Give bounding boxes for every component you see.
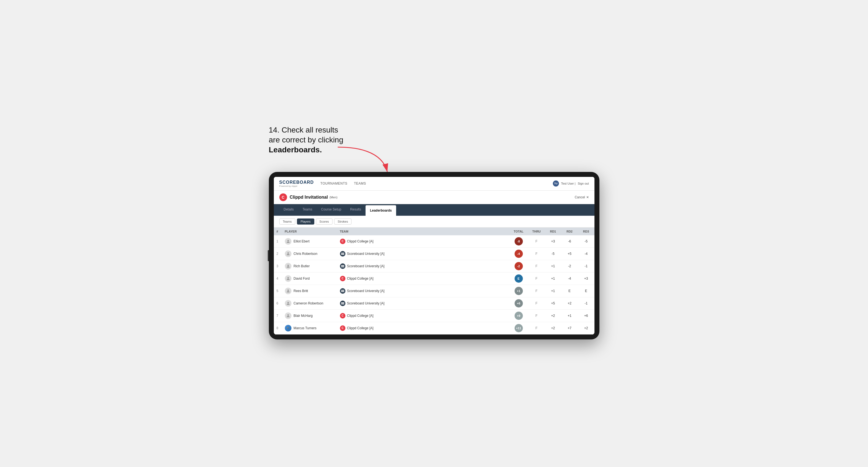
- cell-team: CClippd College [A]: [337, 272, 509, 285]
- logo-text: SCOREBOARD: [279, 180, 314, 185]
- cell-rd3: -4: [578, 247, 594, 260]
- filter-strokes[interactable]: Strokes: [334, 218, 351, 224]
- svg-point-5: [287, 289, 289, 291]
- cancel-button[interactable]: Cancel ✕: [575, 195, 589, 199]
- svg-point-3: [287, 264, 289, 266]
- logo-wordmark: SCOREBOARD: [279, 180, 314, 185]
- cell-player: Elliot Ebert: [282, 235, 337, 248]
- cell-rd3: -1: [578, 260, 594, 272]
- cell-total: -4: [509, 247, 528, 260]
- page-container: 14. Check all results are correct by cli…: [269, 128, 599, 339]
- col-rd1: RD1: [545, 227, 561, 235]
- cell-rd3: +3: [578, 272, 594, 285]
- filter-players[interactable]: Players: [297, 218, 314, 224]
- table-row: 4David FordCClippd College [A]EF+1-4+3: [274, 272, 594, 285]
- user-avatar: TU: [553, 181, 559, 187]
- cell-thru: F: [528, 247, 545, 260]
- cell-team: Scoreboard University [A]: [337, 297, 509, 309]
- cell-rd2: +1: [561, 309, 578, 322]
- cell-rd1: +1: [545, 285, 561, 297]
- sign-out-link[interactable]: Sign out: [578, 182, 589, 185]
- table-row: 3Rich Butler Scoreboard University [A]-2…: [274, 260, 594, 272]
- cell-rd1: +5: [545, 297, 561, 309]
- cell-total: +6: [509, 297, 528, 309]
- col-player: PLAYER: [282, 227, 337, 235]
- tab-course-setup[interactable]: Course Setup: [317, 204, 346, 216]
- cell-team: Scoreboard University [A]: [337, 247, 509, 260]
- cell-thru: F: [528, 285, 545, 297]
- col-team: TEAM: [337, 227, 509, 235]
- top-nav: SCOREBOARD Powered by clippd TOURNAMENTS…: [274, 177, 594, 191]
- cell-player: Rich Butler: [282, 260, 337, 272]
- table-row: 6Cameron Robertson Scoreboard University…: [274, 297, 594, 309]
- nav-links: TOURNAMENTS TEAMS: [320, 181, 553, 187]
- svg-point-1: [287, 240, 289, 241]
- cell-player: Cameron Robertson: [282, 297, 337, 309]
- cell-total: -2: [509, 260, 528, 272]
- tablet-side-button: [268, 250, 269, 261]
- filter-bar: Teams Players Scores Strokes: [274, 216, 594, 227]
- cell-team: CClippd College [A]: [337, 322, 509, 334]
- cell-thru: F: [528, 235, 545, 248]
- table-row: 8🏌Marcus TurnersCClippd College [A]+11F+…: [274, 322, 594, 334]
- cell-total: +9: [509, 309, 528, 322]
- leaderboard-table: # PLAYER TEAM TOTAL THRU RD1 RD2 RD3 1El…: [274, 227, 594, 335]
- col-rank: #: [274, 227, 282, 235]
- tablet-screen: SCOREBOARD Powered by clippd TOURNAMENTS…: [274, 177, 594, 335]
- cell-team: Scoreboard University [A]: [337, 260, 509, 272]
- cell-thru: F: [528, 297, 545, 309]
- nav-tournaments[interactable]: TOURNAMENTS: [320, 181, 347, 187]
- cell-player: David Ford: [282, 272, 337, 285]
- filter-scores[interactable]: Scores: [316, 218, 333, 224]
- nav-right: TU Test User | Sign out: [553, 181, 589, 187]
- cell-rd2: -6: [561, 235, 578, 248]
- cell-rd2: +2: [561, 297, 578, 309]
- instruction-bold: Leaderboards.: [269, 146, 322, 154]
- table-row: 1Elliot EbertCClippd College [A]-8F+3-6-…: [274, 235, 594, 248]
- cell-rd1: +2: [545, 309, 561, 322]
- col-rd3: RD3: [578, 227, 594, 235]
- tab-details[interactable]: Details: [279, 204, 298, 216]
- tab-teams[interactable]: Teams: [298, 204, 316, 216]
- cell-rank: 8: [274, 322, 282, 334]
- cell-rank: 7: [274, 309, 282, 322]
- tab-bar: Details Teams Course Setup Results Leade…: [274, 204, 594, 216]
- cell-player: 🏌Marcus Turners: [282, 322, 337, 334]
- tournament-header: C Clippd Invitational (Men) Cancel ✕: [274, 191, 594, 204]
- cell-rd1: -5: [545, 247, 561, 260]
- cell-player: Chris Robertson: [282, 247, 337, 260]
- tab-leaderboards[interactable]: Leaderboards: [366, 205, 396, 216]
- tournament-badge: (Men): [330, 196, 337, 199]
- nav-teams[interactable]: TEAMS: [354, 181, 366, 187]
- instruction-line2: are correct by clicking: [269, 135, 343, 144]
- col-thru: THRU: [528, 227, 545, 235]
- cell-total: +1: [509, 285, 528, 297]
- cell-rd3: -5: [578, 235, 594, 248]
- cell-player: Rees Britt: [282, 285, 337, 297]
- cell-total: +11: [509, 322, 528, 334]
- cell-rank: 2: [274, 247, 282, 260]
- close-icon: ✕: [586, 195, 589, 199]
- svg-point-6: [287, 302, 289, 303]
- cell-rd2: +7: [561, 322, 578, 334]
- col-total: TOTAL: [509, 227, 528, 235]
- filter-teams[interactable]: Teams: [279, 218, 295, 224]
- tablet-device: SCOREBOARD Powered by clippd TOURNAMENTS…: [269, 172, 599, 339]
- cell-rd1: +1: [545, 272, 561, 285]
- cell-team: Scoreboard University [A]: [337, 285, 509, 297]
- table-row: 2Chris Robertson Scoreboard University […: [274, 247, 594, 260]
- cell-thru: F: [528, 272, 545, 285]
- cell-rd3: +2: [578, 322, 594, 334]
- cell-rd3: -1: [578, 297, 594, 309]
- logo-area: SCOREBOARD Powered by clippd: [279, 180, 314, 187]
- table-row: 5Rees Britt Scoreboard University [A]+1F…: [274, 285, 594, 297]
- cell-player: Blair McHarg: [282, 309, 337, 322]
- svg-point-7: [287, 314, 289, 315]
- cell-rd1: +3: [545, 235, 561, 248]
- cell-rd2: +5: [561, 247, 578, 260]
- tab-results[interactable]: Results: [346, 204, 366, 216]
- cell-rd2: -2: [561, 260, 578, 272]
- cell-total: -8: [509, 235, 528, 248]
- tournament-name: Clippd Invitational: [290, 195, 328, 200]
- cell-total: E: [509, 272, 528, 285]
